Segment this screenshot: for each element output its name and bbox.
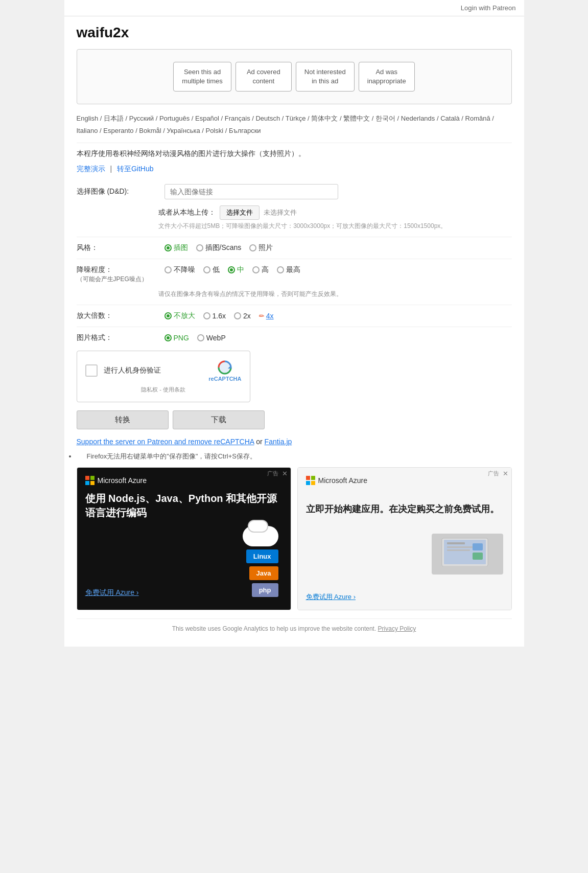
scale-option-2x[interactable]: 2x <box>234 312 251 320</box>
azure-light-content: Microsoft Azure 立即开始构建应用。在决定购买之前免费试用。 <box>298 468 511 610</box>
scale-label-2x: 2x <box>243 312 251 320</box>
style-radio-illustration <box>164 244 172 251</box>
ad-feedback-btn-seen[interactable]: Seen this admultiple times <box>173 62 231 91</box>
action-buttons: 转换 下载 <box>77 410 512 429</box>
noise-radio-low <box>203 266 210 273</box>
style-label: 风格： <box>77 243 158 252</box>
convert-btn[interactable]: 转换 <box>77 410 169 429</box>
noise-hint: 请仅在图像本身含有噪点的情况下使用降噪，否则可能产生反效果。 <box>158 290 512 298</box>
svg-rect-4 <box>437 566 498 570</box>
noise-label-group: 降噪程度： （可能会产生JPEG噪点） <box>77 265 158 284</box>
recaptcha-icon <box>217 359 233 376</box>
format-label-png: PNG <box>174 334 189 342</box>
style-option-photo[interactable]: 照片 <box>249 243 273 252</box>
format-option-webp[interactable]: WebP <box>197 334 226 342</box>
ad-badge-linux: Linux <box>246 549 278 563</box>
noise-option-none[interactable]: 不降噪 <box>164 265 195 274</box>
privacy-link[interactable]: Privacy Policy <box>378 625 416 632</box>
scale-radio-2x <box>234 312 241 319</box>
noise-radio-none <box>164 266 172 273</box>
noise-label-max: 最高 <box>286 265 300 274</box>
image-label: 选择图像 (D&D): <box>77 187 158 196</box>
scale-option-none[interactable]: 不放大 <box>164 311 195 320</box>
format-row: 图片格式： PNG WebP <box>77 333 512 342</box>
demo-link[interactable]: 完整演示 <box>77 165 105 173</box>
captcha-brand: reCAPTCHA <box>208 376 241 382</box>
description: 本程序使用卷积神经网络对动漫风格的图片进行放大操作（支持照片）。 <box>77 149 512 158</box>
notes-list: Firefox无法用右键菜单中的"保存图像"，请按Ctrl+S保存。 <box>77 452 512 461</box>
style-option-illustration[interactable]: 插图 <box>164 243 188 252</box>
url-input[interactable] <box>164 184 338 199</box>
scale-radio-none <box>164 312 172 319</box>
noise-label-low: 低 <box>213 265 220 274</box>
scale-icon-4x: ✏ <box>259 312 264 319</box>
svg-rect-7 <box>447 549 470 551</box>
patreon-link[interactable]: Support the server on Patreon and remove… <box>77 438 254 446</box>
login-patreon-link[interactable]: Login with Patreon <box>461 4 516 12</box>
noise-option-max[interactable]: 最高 <box>277 265 300 274</box>
svg-rect-5 <box>447 542 465 544</box>
format-label-webp: WebP <box>206 334 226 342</box>
ad-light-brand: Microsoft Azure <box>318 476 367 485</box>
ad-feedback-btn-covered[interactable]: Ad coveredcontent <box>236 62 292 91</box>
noise-option-low[interactable]: 低 <box>203 265 220 274</box>
ad-feedback-btn-not-interested[interactable]: Not interestedin this ad <box>296 62 355 91</box>
noise-label-mid: 中 <box>237 265 244 274</box>
format-label: 图片格式： <box>77 333 158 342</box>
ad-badge-php: php <box>252 583 278 597</box>
firefox-note: Firefox无法用右键菜单中的"保存图像"，请按Ctrl+S保存。 <box>77 452 512 461</box>
ad-light-label: 广告 <box>488 470 499 477</box>
upload-or-label: 或者从本地上传： <box>158 208 216 217</box>
format-radio-png <box>164 334 172 341</box>
upload-row: 或者从本地上传： 选择文件 未选择文件 <box>158 205 512 220</box>
format-options: PNG WebP <box>164 334 226 342</box>
ad-feedback-box: Seen this admultiple times Ad coveredcon… <box>77 49 512 104</box>
format-option-png[interactable]: PNG <box>164 334 189 342</box>
captcha-checkbox[interactable] <box>85 364 98 377</box>
ad-light-cta[interactable]: 免费试用 Azure › <box>306 592 503 602</box>
scale-options: 不放大 1.6x 2x ✏ 4x <box>164 311 274 320</box>
ad-dark: 广告 ✕ Microsoft Azure 使用 Node.js、Java、Pyt… <box>77 467 291 610</box>
svg-rect-9 <box>473 553 483 560</box>
noise-option-high[interactable]: 高 <box>252 265 269 274</box>
style-radio-scans <box>196 244 203 251</box>
noise-radio-max <box>277 266 284 273</box>
ad-feedback-btn-inappropriate[interactable]: Ad wasinappropriate <box>359 62 415 91</box>
ad-badge-java: Java <box>249 566 278 580</box>
scale-label: 放大倍数： <box>77 311 158 320</box>
svg-rect-8 <box>473 543 483 550</box>
captcha-box: 进行人机身份验证 reCAPTCHA 隐私权 - 使用条款 <box>77 351 250 402</box>
noise-option-mid[interactable]: 中 <box>228 265 244 274</box>
laptop-graphic <box>437 536 498 572</box>
noise-sub: （可能会产生JPEG噪点） <box>77 275 148 283</box>
scale-option-4x[interactable]: ✏ 4x <box>259 312 274 320</box>
style-option-scans[interactable]: 插图/Scans <box>196 243 242 252</box>
style-label-photo: 照片 <box>258 243 273 252</box>
scale-radio-1-6 <box>203 312 210 319</box>
site-title: waifu2x <box>77 25 512 41</box>
ad-light-main-text: 立即开始构建应用。在决定购买之前免费试用。 <box>306 503 503 516</box>
ad-light-close[interactable]: ✕ <box>503 470 508 477</box>
style-radio-photo <box>249 244 256 251</box>
style-label-illustration: 插图 <box>174 243 188 252</box>
fantia-link[interactable]: Fantia.jp <box>265 438 292 446</box>
ads-row: 广告 ✕ Microsoft Azure 使用 Node.js、Java、Pyt… <box>77 467 512 610</box>
ad-dark-close[interactable]: ✕ <box>282 470 288 477</box>
ms-logo-light <box>306 476 315 485</box>
download-btn[interactable]: 下载 <box>173 410 265 429</box>
captcha-logo: reCAPTCHA <box>208 359 241 382</box>
upload-file-btn[interactable]: 选择文件 <box>220 205 260 220</box>
ad-dark-brand-row: Microsoft Azure <box>85 476 283 485</box>
scale-label-1-6: 1.6x <box>213 312 226 320</box>
github-link[interactable]: 转至GitHub <box>117 165 154 173</box>
svg-rect-6 <box>447 546 473 548</box>
style-label-scans: 插图/Scans <box>205 243 242 252</box>
footer: This website uses Google Analytics to he… <box>77 618 512 638</box>
scale-label-4x[interactable]: 4x <box>266 312 274 320</box>
scale-option-1-6[interactable]: 1.6x <box>203 312 226 320</box>
link-separator: | <box>110 165 112 173</box>
noise-label: 降噪程度： <box>77 265 112 273</box>
noise-options: 不降噪 低 中 高 最高 <box>164 265 300 274</box>
noise-row: 降噪程度： （可能会产生JPEG噪点） 不降噪 低 中 <box>77 265 512 284</box>
footer-text: This website uses Google Analytics to he… <box>172 625 377 632</box>
